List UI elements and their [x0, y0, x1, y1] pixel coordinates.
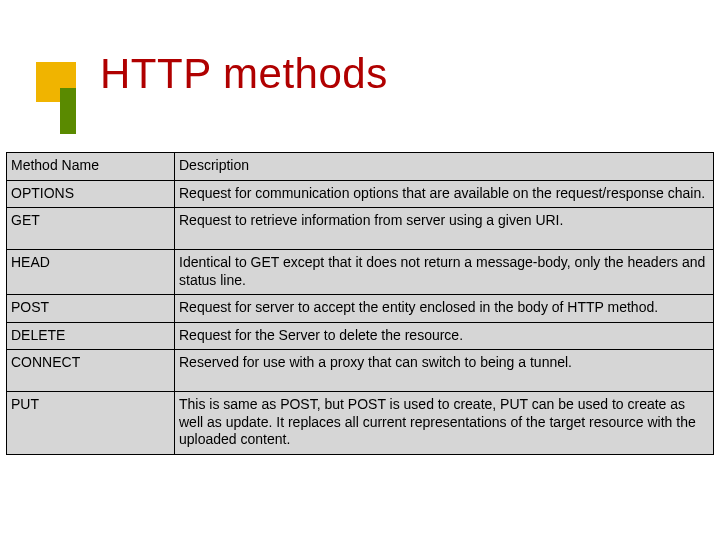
cell-method: PUT: [7, 392, 175, 455]
title-block: HTTP methods: [0, 0, 720, 148]
cell-desc: Request to retrieve information from ser…: [175, 208, 714, 250]
accent-square-green: [60, 88, 76, 134]
cell-desc: Request for the Server to delete the res…: [175, 322, 714, 350]
cell-desc: Request for server to accept the entity …: [175, 295, 714, 323]
slide-title: HTTP methods: [100, 50, 388, 98]
table-row: GET Request to retrieve information from…: [7, 208, 714, 250]
http-methods-table-wrap: Method Name Description OPTIONS Request …: [6, 152, 714, 455]
cell-method: CONNECT: [7, 350, 175, 392]
cell-method: GET: [7, 208, 175, 250]
table-row: HEAD Identical to GET except that it doe…: [7, 250, 714, 295]
cell-desc: This is same as POST, but POST is used t…: [175, 392, 714, 455]
cell-desc: Identical to GET except that it does not…: [175, 250, 714, 295]
table-row: DELETE Request for the Server to delete …: [7, 322, 714, 350]
table-header-row: Method Name Description: [7, 153, 714, 181]
table-row: CONNECT Reserved for use with a proxy th…: [7, 350, 714, 392]
slide: HTTP methods Method Name Description OPT…: [0, 0, 720, 540]
cell-desc: Request for communication options that a…: [175, 180, 714, 208]
header-desc: Description: [175, 153, 714, 181]
cell-method: OPTIONS: [7, 180, 175, 208]
table-row: PUT This is same as POST, but POST is us…: [7, 392, 714, 455]
cell-method: HEAD: [7, 250, 175, 295]
http-methods-table: Method Name Description OPTIONS Request …: [6, 152, 714, 455]
cell-method: DELETE: [7, 322, 175, 350]
header-method: Method Name: [7, 153, 175, 181]
table-row: OPTIONS Request for communication option…: [7, 180, 714, 208]
cell-desc: Reserved for use with a proxy that can s…: [175, 350, 714, 392]
cell-method: POST: [7, 295, 175, 323]
table-row: POST Request for server to accept the en…: [7, 295, 714, 323]
